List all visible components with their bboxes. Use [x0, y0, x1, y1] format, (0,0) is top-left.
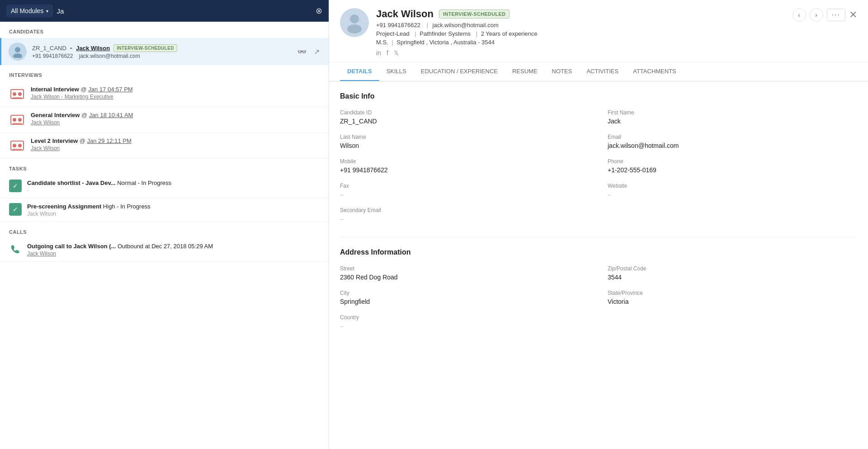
last-name-label: Last Name: [340, 134, 590, 140]
more-options-button[interactable]: ···: [827, 9, 845, 21]
phone-field: Phone +1-202-555-0169: [608, 158, 857, 174]
close-button[interactable]: ✕: [849, 9, 857, 21]
interview-subtitle: Jack Wilson - Marketing Executive: [31, 94, 321, 100]
task-content: Candidate shortlist - Java Dev... Normal…: [27, 180, 321, 194]
search-bar: All Modules ▾ ⊗: [0, 0, 329, 22]
call-icon: [9, 243, 22, 255]
task-meta: Normal - In Progress: [117, 180, 171, 186]
tab-notes[interactable]: NOTES: [545, 62, 580, 81]
prev-button[interactable]: ‹: [793, 8, 806, 22]
profile-country: Australia: [453, 39, 476, 46]
candidate-info: ZR_1_CAND - Jack Wilson INTERVIEW-SCHEDU…: [32, 44, 290, 59]
interview-name: Internal Interview: [31, 86, 79, 93]
website-label: Website: [608, 183, 857, 189]
profile-location: M.S. | Springfield , Victoria , Australi…: [376, 39, 785, 46]
close-icon: ⊗: [316, 6, 322, 15]
module-label: All Modules: [11, 7, 43, 14]
candidate-email: jack.wilson@hotmail.com: [79, 53, 140, 59]
address-info-title: Address Information: [340, 248, 857, 256]
secondary-email-field: Secondary Email –: [340, 207, 590, 222]
task-name: Candidate shortlist - Java Dev...: [27, 180, 116, 186]
phone-value: +1-202-555-0169: [608, 166, 857, 174]
interview-date: Jan 29 12:11 PM: [87, 137, 132, 144]
interview-name: General Interview: [31, 112, 80, 118]
country-field: Country –: [340, 314, 590, 330]
svg-point-1: [13, 53, 22, 58]
avatar: [9, 43, 27, 61]
module-selector[interactable]: All Modules ▾: [6, 5, 53, 17]
city-value: Springfield: [340, 298, 590, 305]
list-item[interactable]: Level 2 Interview @ Jan 29 12:11 PM Jack…: [0, 133, 329, 159]
tab-details[interactable]: DETAILS: [340, 62, 379, 81]
interview-content: Internal Interview @ Jan 17 04:57 PM Jac…: [31, 86, 321, 100]
call-title: Outgoing call to Jack Wilson (... Outbou…: [27, 243, 321, 250]
interview-icon: [9, 137, 25, 154]
candidate-row[interactable]: ZR_1_CAND - Jack Wilson INTERVIEW-SCHEDU…: [0, 38, 329, 65]
next-button[interactable]: ›: [810, 8, 823, 22]
task-subtitle: Jack Wilson: [27, 211, 321, 217]
list-item[interactable]: ✓ Candidate shortlist - Java Dev... Norm…: [0, 175, 329, 199]
status-badge: INTERVIEW-SCHEDULED: [113, 44, 177, 52]
interviews-section-header: INTERVIEWS: [0, 65, 329, 81]
facebook-icon[interactable]: f: [387, 49, 388, 57]
basic-info-title: Basic Info: [340, 92, 857, 100]
address-info-grid: Street 2360 Red Dog Road Zip/Postal Code…: [340, 265, 857, 330]
profile-education: M.S.: [376, 39, 388, 46]
profile-title: Project-Lead: [376, 30, 410, 37]
list-item[interactable]: Internal Interview @ Jan 17 04:57 PM Jac…: [0, 81, 329, 107]
preview-button[interactable]: 👓: [296, 46, 308, 58]
list-item[interactable]: Outgoing call to Jack Wilson (... Outbou…: [0, 238, 329, 262]
profile-header-actions: ‹ › ··· ✕: [793, 8, 857, 22]
list-item[interactable]: ✓ Pre-screening Assignment High - In Pro…: [0, 199, 329, 222]
preview-icon: 👓: [297, 48, 307, 56]
city-label: City: [340, 290, 590, 296]
fax-value: –: [340, 191, 590, 198]
calls-section-header: CALLS: [0, 222, 329, 238]
tab-activities[interactable]: ACTIVITIES: [579, 62, 626, 81]
website-value: –: [608, 191, 857, 198]
tab-education-experience[interactable]: EDUCATION / EXPERIENCE: [414, 62, 505, 81]
svg-point-4: [18, 92, 22, 96]
svg-point-8: [18, 118, 22, 122]
svg-point-12: [18, 144, 22, 147]
interview-icon: [9, 112, 25, 128]
call-subtitle: Jack Wilson: [27, 250, 321, 257]
search-input[interactable]: [57, 7, 312, 15]
left-panel: All Modules ▾ ⊗ CANDIDATES ZR_1_CAND - J: [0, 0, 329, 449]
open-button[interactable]: ↗: [312, 46, 321, 58]
interview-date: Jan 17 04:57 PM: [88, 86, 132, 93]
country-value: –: [340, 322, 590, 330]
tab-attachments[interactable]: ATTACHMENTS: [626, 62, 684, 81]
task-icon: ✓: [9, 203, 22, 216]
mobile-field: Mobile +91 9941876622: [340, 158, 590, 174]
first-name-value: Jack: [608, 118, 857, 125]
results-area: CANDIDATES ZR_1_CAND - Jack Wilson INTER…: [0, 22, 329, 449]
twitter-icon[interactable]: 𝕏: [394, 49, 399, 57]
profile-city: Springfield: [396, 39, 424, 46]
interview-title: General Interview @ Jan 18 10:41 AM: [31, 112, 321, 118]
tab-resume[interactable]: RESUME: [505, 62, 545, 81]
social-icons: in f 𝕏: [376, 49, 785, 57]
profile-email: jack.wilson@hotmail.com: [433, 22, 499, 28]
street-field: Street 2360 Red Dog Road: [340, 265, 590, 281]
svg-point-3: [13, 92, 16, 96]
interview-title: Level 2 Interview @ Jan 29 12:11 PM: [31, 137, 321, 144]
profile-company: Pathfinder Systems: [420, 30, 471, 37]
interview-date: Jan 18 10:41 AM: [89, 112, 133, 118]
svg-point-15: [347, 24, 362, 33]
svg-point-11: [13, 144, 16, 147]
profile-header: Jack Wilson INTERVIEW-SCHEDULED +91 9941…: [329, 0, 868, 62]
linkedin-icon[interactable]: in: [376, 49, 381, 57]
zip-field: Zip/Postal Code 3544: [608, 265, 857, 281]
profile-meta: Project-Lead | Pathfinder Systems | 2 Ye…: [376, 30, 785, 37]
last-name-value: Wilson: [340, 142, 590, 149]
details-content: Basic Info Candidate ID ZR_1_CAND First …: [329, 81, 868, 449]
list-item[interactable]: General Interview @ Jan 18 10:41 AM Jack…: [0, 107, 329, 133]
profile-details: Jack Wilson INTERVIEW-SCHEDULED +91 9941…: [376, 8, 785, 57]
interview-at: @: [81, 86, 89, 93]
clear-search-button[interactable]: ⊗: [316, 7, 322, 15]
tab-skills[interactable]: SKILLS: [379, 62, 414, 81]
status-badge: INTERVIEW-SCHEDULED: [439, 9, 510, 19]
interview-title: Internal Interview @ Jan 17 04:57 PM: [31, 86, 321, 93]
email-field: Email jack.wilson@hotmail.com: [608, 134, 857, 149]
